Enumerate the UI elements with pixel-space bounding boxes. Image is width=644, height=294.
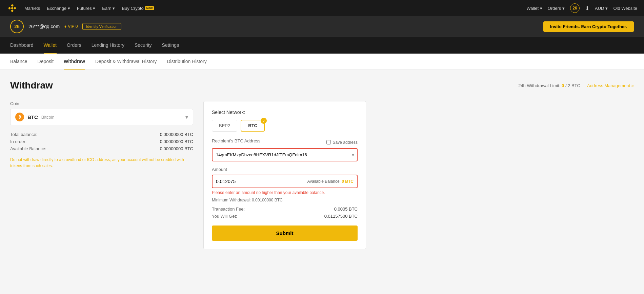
nav-item-exchange[interactable]: Exchange ▾: [47, 6, 70, 11]
user-bar-left: 26 26***@qq.com ♦ VIP 0 Identity Verific…: [10, 20, 121, 33]
balance-table: Total balance: 0.00000000 BTC In order: …: [10, 132, 193, 151]
address-dropdown-arrow[interactable]: ▾: [352, 152, 354, 158]
address-top-row: Recipient's BTC Address Save address: [212, 138, 358, 146]
vip-badge: ♦ VIP 0: [64, 24, 78, 29]
account-navigation: Dashboard Wallet Orders Lending History …: [0, 37, 644, 54]
amount-area: Amount Available Balance: 0 BTC Please e…: [212, 167, 358, 202]
save-address-checkbox[interactable]: [326, 140, 331, 144]
fee-table: Transaction Fee: 0.0005 BTC You Will Get…: [212, 207, 358, 219]
address-input[interactable]: [213, 149, 357, 161]
coin-field-label: Coin: [10, 101, 193, 106]
address-area: Recipient's BTC Address Save address ▾: [212, 138, 358, 161]
sub-navigation: Balance Deposit Withdraw Deposit & Withd…: [0, 54, 644, 70]
transaction-fee-value: 0.0005 BTC: [334, 207, 358, 212]
user-email: 26***@qq.com: [28, 24, 60, 29]
right-section: Select Network: BEP2 BTC ✓ Recipient's B…: [203, 101, 366, 249]
btc-icon: ₿: [15, 113, 24, 121]
network-section-title: Select Network:: [212, 110, 358, 115]
coin-fullname: Bitcoin: [41, 115, 55, 120]
available-value: 0.00000000 BTC: [160, 146, 193, 151]
sub-nav-withdraw[interactable]: Withdraw: [64, 54, 85, 70]
available-balance-inline: Available Balance: 0 BTC: [307, 179, 357, 184]
inorder-label: In order:: [10, 139, 26, 144]
nav-item-earn[interactable]: Earn ▾: [102, 6, 115, 11]
top-navigation: Markets Exchange ▾ Futures ▾ Earn ▾ Buy …: [0, 0, 644, 16]
sub-nav-balance[interactable]: Balance: [10, 54, 27, 70]
nav-item-orders[interactable]: Orders ▾: [548, 6, 565, 11]
amount-input-wrapper: Available Balance: 0 BTC: [212, 175, 358, 188]
you-will-get-label: You Will Get:: [212, 214, 237, 219]
amount-error-text: Please enter an amount no higher than yo…: [212, 190, 358, 195]
account-nav-security[interactable]: Security: [135, 37, 152, 54]
total-balance-value: 0.00000000 BTC: [160, 132, 193, 137]
user-bar: 26 26***@qq.com ♦ VIP 0 Identity Verific…: [0, 16, 644, 37]
new-badge: New: [145, 6, 154, 10]
available-label: Available Balance:: [10, 146, 46, 151]
user-avatar-large: 26: [10, 20, 24, 33]
sub-nav-distribution-history[interactable]: Distribution History: [167, 54, 206, 70]
invite-friends-button[interactable]: Invite Friends. Earn Crypto Together.: [543, 21, 634, 32]
fee-row-receive: You Will Get: 0.01157500 BTC: [212, 214, 358, 219]
network-btn-bep2[interactable]: BEP2: [212, 120, 237, 132]
address-input-wrapper: ▾: [212, 148, 358, 161]
ico-warning-text: Do not withdraw directly to a crowdfund …: [10, 157, 193, 169]
min-withdrawal-text: Minimum Withdrawal: 0.00100000 BTC: [212, 198, 358, 202]
top-nav-right: Wallet ▾ Orders ▾ 26 ⬇ AUD ▾ Old Website: [526, 3, 637, 13]
currency-selector[interactable]: AUD ▾: [595, 6, 608, 11]
nav-item-markets[interactable]: Markets: [24, 6, 40, 11]
total-balance-label: Total balance:: [10, 132, 37, 137]
network-buttons: BEP2 BTC ✓: [212, 120, 358, 132]
withdrawal-current-value: 0: [562, 83, 564, 88]
coin-dropdown-arrow: ▾: [185, 114, 188, 120]
amount-input[interactable]: [213, 175, 307, 188]
main-content: Withdraw 24h Withdrawal Limit: 0 / 2 BTC…: [0, 70, 644, 273]
amount-field-label: Amount: [212, 167, 358, 172]
top-nav-left: Markets Exchange ▾ Futures ▾ Earn ▾ Buy …: [7, 3, 154, 14]
identity-verification-button[interactable]: Identity Verification: [82, 23, 121, 30]
balance-row-available: Available Balance: 0.00000000 BTC: [10, 146, 193, 151]
account-nav-lending-history[interactable]: Lending History: [92, 37, 124, 54]
nav-item-futures[interactable]: Futures ▾: [77, 6, 96, 11]
form-section: Coin ₿ BTC Bitcoin ▾ Total balance: 0.00…: [10, 101, 634, 249]
address-management-link[interactable]: Address Management »: [587, 83, 634, 88]
user-avatar-top[interactable]: 26: [570, 3, 580, 13]
page-title: Withdraw: [10, 80, 53, 91]
coin-symbol: BTC: [27, 114, 38, 120]
network-btn-btc[interactable]: BTC ✓: [241, 120, 265, 132]
logo-area[interactable]: [7, 3, 18, 14]
balance-row-inorder: In order: 0.00000000 BTC: [10, 139, 193, 144]
left-section: Coin ₿ BTC Bitcoin ▾ Total balance: 0.00…: [10, 101, 193, 169]
account-nav-orders[interactable]: Orders: [67, 37, 81, 54]
download-icon[interactable]: ⬇: [585, 5, 589, 12]
fee-row-transaction: Transaction Fee: 0.0005 BTC: [212, 207, 358, 212]
withdrawal-limit-area: 24h Withdrawal Limit: 0 / 2 BTC Address …: [518, 83, 634, 88]
btc-selected-check: ✓: [261, 118, 267, 124]
balance-row-total: Total balance: 0.00000000 BTC: [10, 132, 193, 137]
inorder-value: 0.00000000 BTC: [160, 139, 193, 144]
nav-item-buycrypto[interactable]: Buy Crypto New: [122, 6, 154, 11]
you-will-get-value: 0.01157500 BTC: [324, 214, 358, 219]
page-header: Withdraw 24h Withdrawal Limit: 0 / 2 BTC…: [10, 80, 634, 91]
available-balance-inline-value: 0 BTC: [342, 179, 354, 184]
account-nav-wallet[interactable]: Wallet: [44, 37, 57, 54]
binance-logo-icon: [7, 3, 18, 14]
transaction-fee-label: Transaction Fee:: [212, 207, 245, 212]
coin-selector-left: ₿ BTC Bitcoin: [15, 113, 55, 121]
main-nav-items: Markets Exchange ▾ Futures ▾ Earn ▾ Buy …: [24, 6, 154, 11]
address-field-label: Recipient's BTC Address: [212, 138, 260, 143]
account-nav-dashboard[interactable]: Dashboard: [10, 37, 34, 54]
sub-nav-deposit[interactable]: Deposit: [38, 54, 54, 70]
withdrawal-limit-text: 24h Withdrawal Limit: 0 / 2 BTC: [518, 83, 580, 88]
save-address-label: Save address: [333, 140, 358, 145]
save-address-row: Save address: [326, 140, 358, 145]
nav-item-wallet[interactable]: Wallet ▾: [526, 6, 542, 11]
submit-button[interactable]: Submit: [212, 226, 358, 241]
old-website-link[interactable]: Old Website: [613, 6, 637, 11]
sub-nav-deposit-withdrawal-history[interactable]: Deposit & Withdrawal History: [95, 54, 157, 70]
account-nav-settings[interactable]: Settings: [162, 37, 179, 54]
coin-selector[interactable]: ₿ BTC Bitcoin ▾: [10, 109, 193, 125]
